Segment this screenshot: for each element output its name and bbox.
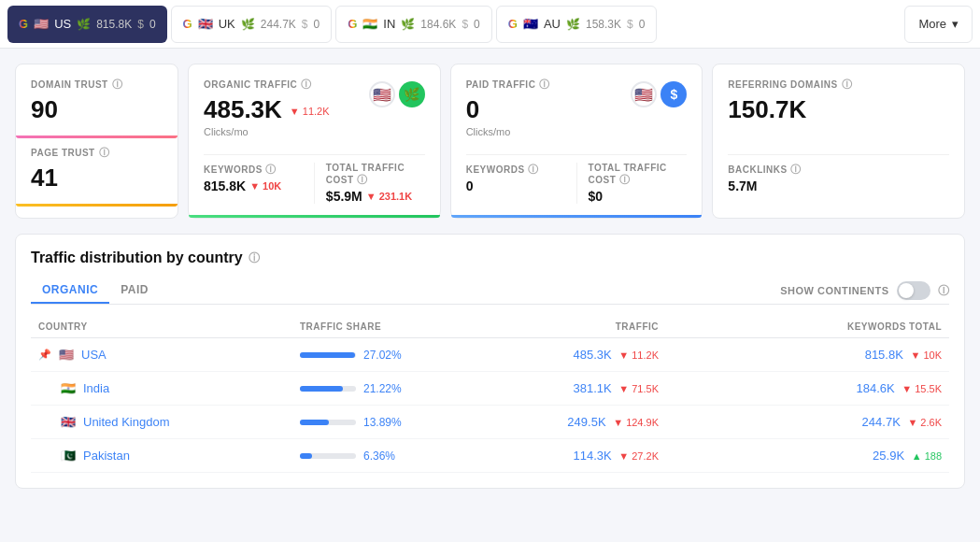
keywords-value-uk: 244.7K [862, 415, 901, 429]
info-icon-continents: ⓘ [938, 283, 950, 299]
country-cell-pakistan: 🇵🇰 Pakistan [31, 439, 292, 473]
paid-traffic-card: PAID TRAFFIC ⓘ 0 Clicks/mo 🇺🇸 $ KEYWORDS… [450, 64, 703, 219]
show-continents-label: SHOW CONTINENTS [780, 285, 888, 296]
keywords-delta-uk: ▼ 2.6K [907, 417, 942, 428]
domain-trust-value: 90 [31, 95, 163, 124]
country-name-uk[interactable]: United Kingdom [83, 415, 170, 429]
share-pct-pakistan: 6.36% [363, 449, 395, 463]
info-icon-page-trust: ⓘ [99, 146, 110, 160]
traffic-delta-pakistan: ▼ 27.2K [618, 450, 659, 462]
paid-flag-icons: 🇺🇸 $ [631, 81, 687, 107]
nav-tab-au-cost: 0 [639, 18, 646, 31]
keywords-delta-pakistan: ▲ 188 [912, 450, 942, 462]
organic-traffic-sub: Clicks/mo [204, 126, 330, 137]
organic-keywords-label: KEYWORDS ⓘ [204, 163, 303, 177]
paid-dollar-icon: $ [660, 81, 687, 107]
keywords-cell-india: 184.6K ▼ 15.5K [666, 372, 949, 406]
leaf-icon-in: 🌿 [401, 18, 415, 31]
traffic-value-usa: 485.3K [573, 348, 611, 362]
distribution-tabs-row: ORGANIC PAID SHOW CONTINENTS ⓘ [31, 278, 949, 305]
traffic-distribution-section: Traffic distribution by country ⓘ ORGANI… [15, 234, 965, 489]
referring-domains-card: REFERRING DOMAINS ⓘ 150.7K BACKLINKS ⓘ 5… [712, 64, 965, 219]
nav-tab-in-label: IN [383, 17, 395, 31]
col-keywords-total: KEYWORDS TOTAL [666, 316, 949, 338]
nav-tab-us[interactable]: G 🇺🇸 US 🌿 815.8K $ 0 [7, 6, 167, 43]
country-table: COUNTRY TRAFFIC SHARE TRAFFIC KEYWORDS T… [31, 316, 949, 473]
organic-cost-value: $5.9M ▼ 231.1K [326, 189, 425, 204]
share-bar-bg-usa [300, 352, 356, 358]
keywords-cell-uk: 244.7K ▼ 2.6K [666, 406, 949, 439]
google-icon-us: G [19, 17, 28, 31]
table-row: 🇬🇧 United Kingdom 13.89% 249.5K ▼ 124.9K… [31, 406, 949, 439]
organic-cost-label: TOTAL TRAFFIC COST ⓘ [326, 163, 425, 187]
share-bar-bg-india [300, 386, 356, 392]
nav-tab-au-label: AU [544, 17, 561, 31]
backlinks-section: BACKLINKS ⓘ 5.7M [728, 163, 949, 193]
google-icon-au: G [508, 17, 518, 31]
show-continents-control: SHOW CONTINENTS ⓘ [780, 281, 949, 300]
traffic-value-india: 381.1K [573, 381, 611, 395]
organic-traffic-delta: ▼ 11.2K [290, 106, 330, 117]
metrics-cards: DOMAIN TRUST ⓘ 90 PAGE TRUST ⓘ 41 ORGANI… [0, 49, 980, 226]
share-bar-bg-pakistan [300, 453, 356, 459]
keywords-cell-pakistan: 25.9K ▲ 188 [666, 439, 949, 473]
keywords-value-pakistan: 25.9K [873, 449, 904, 463]
info-icon-paid-kw: ⓘ [528, 164, 539, 175]
tab-organic[interactable]: ORGANIC [31, 278, 109, 304]
organic-divider [204, 154, 425, 155]
country-name-india[interactable]: India [83, 381, 109, 395]
share-bar-fill-uk [300, 420, 329, 425]
tab-paid[interactable]: PAID [109, 278, 160, 304]
flag-uk: 🇬🇧 [198, 17, 213, 31]
paid-flag-us: 🇺🇸 [631, 81, 657, 107]
nav-tab-us-traffic: 815.8K [96, 18, 132, 31]
country-cell-india: 🇮🇳 India [31, 372, 292, 406]
paid-traffic-bar [451, 215, 703, 218]
trust-card: DOMAIN TRUST ⓘ 90 PAGE TRUST ⓘ 41 [15, 64, 178, 219]
toggle-knob [899, 283, 914, 298]
country-name-usa[interactable]: USA [81, 348, 107, 362]
keywords-delta-india: ▼ 15.5K [902, 383, 942, 394]
nav-tab-uk[interactable]: G 🇬🇧 UK 🌿 244.7K $ 0 [171, 6, 333, 43]
ref-divider [728, 154, 949, 155]
nav-tab-au[interactable]: G 🇦🇺 AU 🌿 158.3K $ 0 [496, 6, 658, 43]
nav-tab-in-traffic: 184.6K [420, 18, 456, 31]
flag-in: 🇮🇳 [362, 17, 377, 31]
google-icon-in: G [348, 17, 357, 31]
organic-keywords-value: 815.8K ▼ 10K [204, 178, 303, 193]
flag-uk: 🇬🇧 [61, 415, 76, 429]
show-continents-toggle[interactable] [897, 281, 930, 300]
traffic-value-pakistan: 114.3K [573, 449, 611, 463]
table-row: 🇮🇳 India 21.22% 381.1K ▼ 71.5K 184.6K ▼ … [31, 372, 949, 406]
chevron-down-icon: ▾ [952, 17, 959, 31]
keywords-cell-usa: 815.8K ▼ 10K [666, 338, 949, 372]
nav-tab-us-label: US [54, 17, 71, 31]
more-dropdown[interactable]: More ▾ [904, 6, 973, 43]
page-trust-value: 41 [31, 164, 163, 193]
referring-domains-value: 150.7K [728, 95, 949, 124]
keywords-value-india: 184.6K [856, 381, 894, 395]
info-icon-paid: ⓘ [539, 78, 550, 92]
col-country: COUNTRY [31, 316, 292, 338]
nav-tab-in[interactable]: G 🇮🇳 IN 🌿 184.6K $ 0 [335, 6, 492, 43]
traffic-cell-usa: 485.3K ▼ 11.2K [461, 338, 666, 372]
table-row: 🇵🇰 Pakistan 6.36% 114.3K ▼ 27.2K 25.9K ▲… [31, 439, 949, 473]
organic-traffic-bar [189, 215, 440, 218]
share-bar-fill-usa [300, 352, 355, 358]
share-bar-fill-pakistan [300, 453, 312, 459]
traffic-cell-uk: 249.5K ▼ 124.9K [461, 406, 666, 439]
organic-keywords-delta: ▼ 10K [249, 180, 281, 192]
share-cell-uk: 13.89% [292, 406, 461, 439]
organic-sub-metrics: KEYWORDS ⓘ 815.8K ▼ 10K TOTAL TRAFFIC CO… [204, 163, 425, 204]
share-bar-bg-uk [300, 420, 356, 425]
backlinks-label: BACKLINKS ⓘ [728, 163, 949, 177]
country-name-pakistan[interactable]: Pakistan [83, 449, 130, 463]
info-icon-paid-cost: ⓘ [619, 174, 631, 185]
info-icon-backlinks: ⓘ [790, 164, 802, 175]
organic-keywords-col: KEYWORDS ⓘ 815.8K ▼ 10K [204, 163, 315, 204]
col-traffic: TRAFFIC [461, 316, 666, 338]
page-trust-section: PAGE TRUST ⓘ 41 [31, 146, 163, 207]
top-navigation: G 🇺🇸 US 🌿 815.8K $ 0 G 🇬🇧 UK 🌿 244.7K $ … [0, 0, 980, 49]
traffic-delta-usa: ▼ 11.2K [618, 349, 659, 361]
table-header-row: COUNTRY TRAFFIC SHARE TRAFFIC KEYWORDS T… [31, 316, 949, 338]
